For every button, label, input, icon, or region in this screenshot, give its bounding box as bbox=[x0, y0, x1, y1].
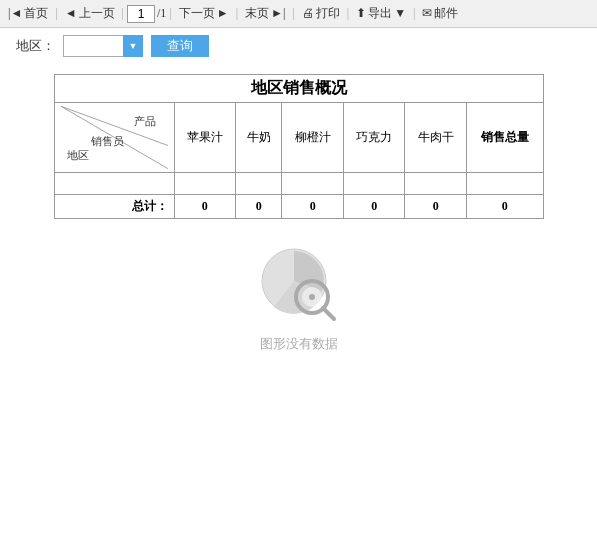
region-select-wrapper bbox=[63, 35, 143, 57]
col-header-1: 牛奶 bbox=[236, 103, 282, 173]
svg-point-6 bbox=[309, 294, 315, 300]
empty-cell-2 bbox=[236, 173, 282, 195]
empty-cell-1 bbox=[174, 173, 236, 195]
sep3: | bbox=[169, 6, 171, 21]
table-title: 地区销售概况 bbox=[54, 75, 543, 103]
query-button[interactable]: 查询 bbox=[151, 35, 209, 57]
toolbar: |◄ 首页 | ◄ 上一页 | /1 | 下一页 ► | 末页 ►| | 🖨 打… bbox=[0, 0, 597, 28]
empty-cell-0 bbox=[54, 173, 174, 195]
export-arrow-icon: ▼ bbox=[394, 6, 406, 21]
export-button[interactable]: ⬆ 导出 ▼ bbox=[352, 4, 410, 23]
total-label-cell: 总计： bbox=[54, 195, 174, 219]
print-button[interactable]: 🖨 打印 bbox=[298, 4, 344, 23]
total-val-0: 0 bbox=[174, 195, 236, 219]
col-header-3: 巧克力 bbox=[343, 103, 405, 173]
diagonal-product-label: 产品 bbox=[134, 114, 156, 129]
empty-cell-6 bbox=[466, 173, 543, 195]
diagonal-content: 产品 销售员 地区 bbox=[61, 106, 168, 169]
data-row-empty bbox=[54, 173, 543, 195]
chart-no-data-icon bbox=[254, 239, 344, 329]
first-page-button[interactable]: |◄ 首页 bbox=[4, 4, 52, 23]
sep2: | bbox=[122, 6, 124, 21]
region-select[interactable] bbox=[63, 35, 143, 57]
col-header-2: 柳橙汁 bbox=[282, 103, 344, 173]
prev-page-button[interactable]: ◄ 上一页 bbox=[61, 4, 119, 23]
no-data-label: 图形没有数据 bbox=[260, 335, 338, 353]
last-icon: ►| bbox=[271, 6, 285, 21]
col-header-5: 销售总量 bbox=[466, 103, 543, 173]
export-icon: ⬆ bbox=[356, 6, 366, 21]
chart-placeholder: 图形没有数据 bbox=[20, 239, 577, 353]
sep4: | bbox=[236, 6, 238, 21]
sep5: | bbox=[292, 6, 294, 21]
mail-icon: ✉ bbox=[422, 6, 432, 21]
col-header-4: 牛肉干 bbox=[405, 103, 467, 173]
page-input[interactable] bbox=[127, 5, 155, 23]
print-icon: 🖨 bbox=[302, 6, 314, 21]
report-table: 地区销售概况 产品 销售员 地区 苹果汁 牛奶 柳橙汁 巧克力 牛肉干 销售总量 bbox=[54, 74, 544, 219]
first-page-icon: |◄ bbox=[8, 6, 22, 21]
empty-cell-3 bbox=[282, 173, 344, 195]
page-total: /1 bbox=[157, 6, 166, 21]
total-val-1: 0 bbox=[236, 195, 282, 219]
empty-cell-5 bbox=[405, 173, 467, 195]
title-row: 地区销售概况 bbox=[54, 75, 543, 103]
svg-line-5 bbox=[323, 308, 334, 319]
sep1: | bbox=[55, 6, 57, 21]
prev-icon: ◄ bbox=[65, 6, 77, 21]
total-val-4: 0 bbox=[405, 195, 467, 219]
last-page-button[interactable]: 末页 ►| bbox=[241, 4, 289, 23]
col-header-0: 苹果汁 bbox=[174, 103, 236, 173]
header-row: 产品 销售员 地区 苹果汁 牛奶 柳橙汁 巧克力 牛肉干 销售总量 bbox=[54, 103, 543, 173]
sep6: | bbox=[347, 6, 349, 21]
total-val-5: 0 bbox=[466, 195, 543, 219]
total-val-2: 0 bbox=[282, 195, 344, 219]
next-icon: ► bbox=[217, 6, 229, 21]
diagonal-salesperson-label: 销售员 bbox=[91, 134, 124, 149]
total-row: 总计： 0 0 0 0 0 0 bbox=[54, 195, 543, 219]
sep7: | bbox=[413, 6, 415, 21]
region-label: 地区： bbox=[16, 37, 55, 55]
mail-button[interactable]: ✉ 邮件 bbox=[418, 4, 462, 23]
next-page-button[interactable]: 下一页 ► bbox=[175, 4, 233, 23]
main-content: 地区销售概况 产品 销售员 地区 苹果汁 牛奶 柳橙汁 巧克力 牛肉干 销售总量 bbox=[0, 64, 597, 363]
diagonal-region-label: 地区 bbox=[67, 148, 89, 163]
total-val-3: 0 bbox=[343, 195, 405, 219]
empty-cell-4 bbox=[343, 173, 405, 195]
filter-bar: 地区： 查询 bbox=[0, 28, 597, 64]
diagonal-header-cell: 产品 销售员 地区 bbox=[54, 103, 174, 173]
no-data-svg bbox=[254, 239, 344, 329]
